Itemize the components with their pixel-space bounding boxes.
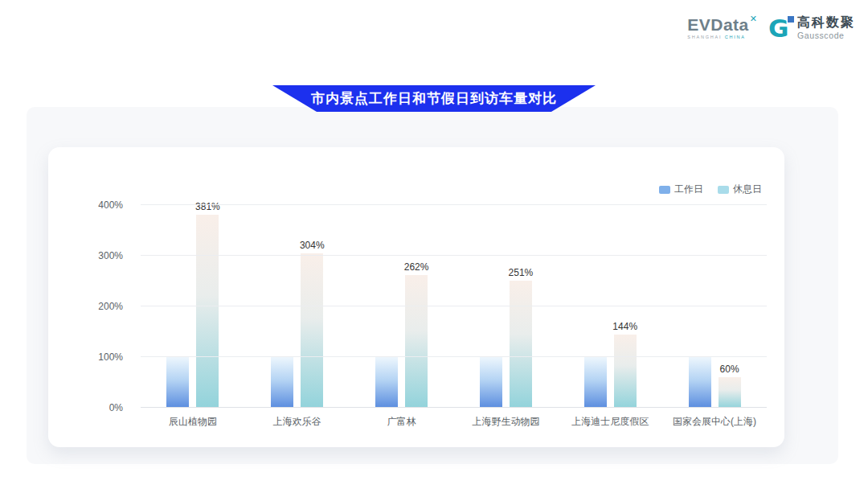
value-label: 144% [612, 321, 637, 332]
gausscode-square-mark [788, 16, 794, 23]
bar-工作日[interactable] [480, 357, 502, 408]
bar-工作日[interactable] [584, 357, 607, 408]
page-title: 市内景点工作日和节假日到访车量对比 [311, 89, 557, 108]
x-axis-label: 上海野生动物园 [472, 415, 539, 429]
value-label: 251% [509, 267, 534, 278]
evdata-subtext-gray: SHANGHAI [687, 35, 722, 39]
bar-group: 60%国家会展中心(上海) [689, 357, 741, 408]
gridline [141, 356, 767, 357]
gridline [141, 255, 767, 256]
content-panel: 工作日休息日 0%100%200%300%400% 381%辰山植物园304%上… [27, 107, 838, 464]
legend-swatch [659, 186, 670, 194]
value-label: 381% [195, 201, 220, 212]
legend-item-休息日[interactable]: 休息日 [718, 183, 762, 196]
gridline [141, 204, 767, 205]
bar-工作日[interactable] [375, 357, 398, 408]
bar-group: 381%辰山植物园 [166, 215, 219, 408]
plot-area: 381%辰山植物园304%上海欢乐谷262%广富林251%上海野生动物园144%… [141, 205, 767, 408]
bar-group: 304%上海欢乐谷 [271, 253, 323, 408]
y-axis-tick: 200% [98, 301, 123, 312]
bar-groups: 381%辰山植物园304%上海欢乐谷262%广富林251%上海野生动物园144%… [141, 205, 767, 408]
evdata-subtext: SHANGHAI CHINA [687, 35, 757, 40]
bar-休息日[interactable]: 251% [510, 281, 532, 408]
x-axis-label: 上海欢乐谷 [273, 415, 321, 429]
evdata-x-icon: ✕ [750, 14, 757, 23]
value-label: 60% [720, 364, 739, 375]
bar-group: 262%广富林 [375, 275, 428, 408]
evdata-subtext-teal: CHINA [725, 35, 746, 39]
gridline [141, 306, 767, 306]
bar-休息日[interactable]: 262% [405, 275, 428, 408]
y-axis-tick: 100% [98, 351, 123, 363]
evdata-logo: EVData ✕ SHANGHAI CHINA [687, 16, 757, 40]
y-axis: 0%100%200%300%400% [48, 205, 133, 408]
bar-group: 144%上海迪士尼度假区 [584, 335, 637, 408]
y-axis-tick: 300% [98, 250, 123, 261]
header-logos: EVData ✕ SHANGHAI CHINA G 高科数聚 Gausscode [687, 16, 855, 40]
evdata-wordmark: EVData [687, 16, 749, 33]
bar-休息日[interactable]: 60% [719, 377, 741, 408]
gausscode-en-name: Gausscode [797, 31, 855, 40]
value-label: 262% [404, 261, 429, 273]
bar-chart: 0%100%200%300%400% 381%辰山植物园304%上海欢乐谷262… [48, 205, 784, 408]
bar-休息日[interactable]: 381% [196, 215, 219, 408]
legend-swatch [718, 186, 729, 194]
chart-card: 工作日休息日 0%100%200%300%400% 381%辰山植物园304%上… [48, 147, 784, 447]
legend: 工作日休息日 [659, 183, 762, 196]
legend-item-工作日[interactable]: 工作日 [659, 183, 703, 196]
title-banner: 市内景点工作日和节假日到访车量对比 [272, 85, 596, 112]
bar-工作日[interactable] [166, 357, 189, 408]
x-axis-label: 国家会展中心(上海) [673, 415, 756, 429]
bar-工作日[interactable] [271, 357, 293, 408]
x-axis-label: 辰山植物园 [169, 415, 217, 429]
bar-休息日[interactable]: 304% [301, 253, 323, 408]
y-axis-tick: 0% [109, 402, 123, 413]
legend-label: 工作日 [674, 183, 703, 196]
y-axis-tick: 400% [98, 199, 123, 211]
gridline [141, 407, 767, 408]
gausscode-g-icon: G [768, 16, 792, 40]
x-axis-label: 上海迪士尼度假区 [571, 415, 649, 429]
legend-label: 休息日 [733, 183, 762, 196]
bar-休息日[interactable]: 144% [614, 335, 637, 408]
bar-group: 251%上海野生动物园 [480, 281, 532, 408]
bar-工作日[interactable] [689, 357, 711, 408]
gausscode-cn-name: 高科数聚 [797, 16, 855, 29]
value-label: 304% [300, 240, 325, 251]
x-axis-label: 广富林 [387, 415, 416, 429]
gausscode-logo: G 高科数聚 Gausscode [768, 16, 855, 40]
